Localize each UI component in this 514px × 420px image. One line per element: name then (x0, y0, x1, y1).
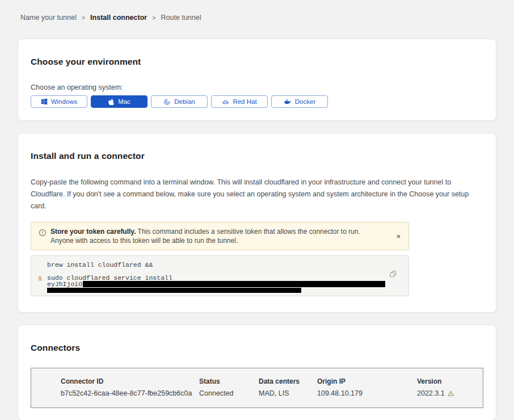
os-button-label: Debian (174, 98, 195, 105)
connectors-card: Connectors Connector ID Status Data cent… (18, 325, 496, 420)
copy-icon[interactable] (389, 270, 397, 280)
token-prefix: eyJhIjoiO (47, 281, 82, 287)
code-line-3: eyJhIjoiO (47, 281, 385, 287)
tunnel-setup-page: Name your tunnel > Install connector > R… (0, 0, 514, 420)
apple-icon (108, 98, 115, 106)
breadcrumb-separator: > (152, 14, 155, 21)
debian-icon (163, 98, 171, 106)
breadcrumb-separator: > (82, 14, 85, 21)
breadcrumb-step-route-tunnel[interactable]: Route tunnel (161, 14, 201, 22)
column-header-origin-ip: Origin IP (317, 377, 417, 385)
install-card: Install and run a connector Copy-paste t… (18, 133, 496, 313)
table-row: b7c52c42-6caa-48ee-8c77-fbe259cb6c0a Con… (61, 389, 477, 397)
code-line-4 (47, 287, 385, 293)
breadcrumb-step-name-your-tunnel[interactable]: Name your tunnel (20, 14, 77, 22)
warning-text: Store your token carefully. This command… (50, 228, 402, 245)
os-button-mac[interactable]: Mac (91, 95, 148, 108)
redacted-token-bar-2 (47, 288, 301, 293)
os-button-windows[interactable]: Windows (31, 95, 87, 108)
environment-card-title: Choose your environment (31, 57, 483, 67)
os-button-group: Windows Mac Debian Red Hat Docker (31, 95, 483, 108)
os-button-label: Red Hat (233, 98, 256, 105)
os-button-label: Windows (51, 98, 78, 105)
warning-triangle-icon (448, 390, 454, 398)
connectors-table: Connector ID Status Data centers Origin … (31, 368, 483, 408)
connectors-card-title: Connectors (31, 343, 483, 353)
close-icon[interactable]: × (396, 233, 401, 240)
token-warning-banner: Store your token carefully. This command… (31, 222, 409, 250)
os-button-label: Docker (295, 98, 315, 105)
code-gutter (38, 261, 47, 268)
code-line-1: brew install cloudflared && (47, 261, 153, 268)
os-button-label: Mac (118, 98, 130, 105)
os-button-docker[interactable]: Docker (271, 95, 328, 108)
install-command-block[interactable]: brew install cloudflared && $ sudo cloud… (31, 255, 409, 296)
os-button-debian[interactable]: Debian (151, 95, 208, 108)
windows-icon (41, 98, 48, 105)
breadcrumb-step-install-connector[interactable]: Install connector (90, 14, 147, 22)
version-number: 2022.3.1 (417, 389, 445, 397)
table-header-row: Connector ID Status Data centers Origin … (61, 377, 477, 385)
data-centers-value: MAD, LIS (259, 389, 317, 397)
install-card-title: Install and run a connector (31, 151, 483, 161)
os-select-label: Choose an operating system: (31, 83, 483, 91)
redacted-token-bar-1 (83, 281, 385, 287)
code-line-2: sudo cloudflared service install (47, 275, 385, 281)
redhat-icon (222, 98, 229, 106)
docker-icon (284, 98, 292, 105)
info-icon (39, 229, 47, 239)
warning-title: Store your token carefully. (50, 228, 136, 236)
column-header-data-centers: Data centers (259, 377, 317, 385)
status-badge: Connected (199, 389, 259, 397)
column-header-version: Version (417, 377, 477, 385)
origin-ip-value: 109.48.10.179 (317, 389, 417, 397)
version-value: 2022.3.1 (417, 389, 477, 397)
shell-prompt: $ (38, 275, 47, 293)
install-description: Copy-paste the following command into a … (31, 177, 483, 212)
column-header-status: Status (199, 377, 259, 385)
column-header-connector-id: Connector ID (61, 377, 199, 385)
environment-card: Choose your environment Choose an operat… (18, 39, 496, 121)
connector-id-value: b7c52c42-6caa-48ee-8c77-fbe259cb6c0a (61, 389, 199, 397)
os-button-redhat[interactable]: Red Hat (211, 95, 268, 108)
breadcrumb: Name your tunnel > Install connector > R… (20, 14, 496, 22)
